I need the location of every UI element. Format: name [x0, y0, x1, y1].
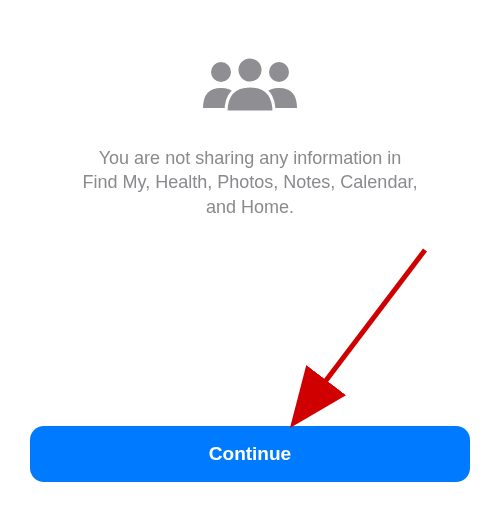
- svg-point-0: [211, 62, 231, 82]
- sharing-status-message: You are not sharing any information in F…: [50, 146, 450, 219]
- sharing-info-panel: You are not sharing any information in F…: [0, 0, 500, 219]
- svg-line-4: [296, 250, 425, 420]
- svg-point-2: [237, 57, 263, 83]
- continue-button[interactable]: Continue: [30, 426, 470, 482]
- people-icon: [190, 48, 310, 122]
- continue-button-label: Continue: [209, 443, 291, 465]
- svg-point-1: [269, 62, 289, 82]
